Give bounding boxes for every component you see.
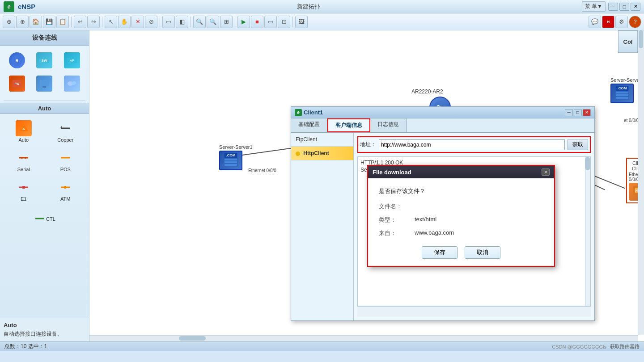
sidebar-item-e1[interactable]: E1 bbox=[4, 177, 44, 204]
sidebar-item-wireless[interactable]: AP bbox=[59, 50, 85, 72]
tab-client-info[interactable]: 客户端信息 bbox=[327, 118, 370, 132]
sidebar-description: Auto 自动选择接口连接设备。 bbox=[0, 318, 89, 341]
tb-save[interactable]: 💾 bbox=[43, 16, 55, 28]
client1-close[interactable]: ✕ bbox=[583, 109, 591, 116]
sidebar-item-copper[interactable]: Copper bbox=[46, 118, 86, 145]
fd-buttons: 保存 取消 bbox=[379, 246, 543, 259]
titlebar: e eNSP 新建拓扑 菜 单▼ ─ □ ✕ bbox=[0, 0, 644, 13]
toolbar: ⊕ ⊕ 🏠 💾 📋 ↩ ↪ ↖ ✋ ✕ ⊘ ▭ ◧ 🔍 🔍 ⊞ ▶ ■ ▭ ⊡ … bbox=[0, 13, 644, 30]
tb-stop[interactable]: ■ bbox=[251, 16, 263, 28]
fd-save-button[interactable]: 保存 bbox=[422, 246, 458, 259]
client1-minimize[interactable]: ─ bbox=[565, 109, 573, 116]
tb-select[interactable]: ↖ bbox=[105, 16, 117, 28]
sidebar-divider bbox=[4, 101, 85, 101]
tb-add-device[interactable]: ⊕ bbox=[3, 16, 15, 28]
maximize-button[interactable]: □ bbox=[619, 3, 629, 11]
url-input[interactable] bbox=[379, 139, 565, 150]
tb-redo[interactable]: ↪ bbox=[87, 16, 100, 28]
sidebar-item-switch[interactable]: SW bbox=[31, 50, 58, 72]
sidebar-item-serial[interactable]: Serial bbox=[4, 147, 44, 175]
svg-rect-22 bbox=[22, 186, 25, 189]
tb-delete[interactable]: ✕ bbox=[131, 16, 144, 28]
app-name: eNSP bbox=[18, 3, 35, 10]
sidebar-item-auto[interactable]: A Auto bbox=[4, 118, 44, 145]
app-logo: e bbox=[4, 1, 14, 12]
file-download-dialog: File download ✕ 是否保存该文件？ 文件名： 类型： text/h… bbox=[367, 165, 555, 267]
sidebar-label-copper: Copper bbox=[57, 137, 73, 143]
tb-separator2 bbox=[102, 17, 102, 27]
tb-pause[interactable]: ▭ bbox=[264, 16, 277, 28]
server1-label: Server-Server1 bbox=[219, 144, 253, 150]
tb-home[interactable]: 🏠 bbox=[30, 16, 42, 28]
http-client-dot bbox=[296, 152, 300, 156]
menu-http-client[interactable]: HttpClient bbox=[291, 147, 353, 160]
sidebar-item-firewall[interactable]: FW bbox=[4, 73, 30, 95]
svg-point-18 bbox=[21, 157, 23, 159]
close-button[interactable]: ✕ bbox=[631, 3, 640, 11]
sidebar-label-serial: Serial bbox=[17, 167, 30, 172]
tb-hand[interactable]: ✋ bbox=[118, 16, 131, 28]
sidebar-item-pos[interactable]: POS bbox=[46, 147, 86, 175]
svg-rect-24 bbox=[64, 186, 66, 189]
fd-cancel-button[interactable]: 取消 bbox=[465, 246, 500, 259]
sidebar-item-ctl[interactable]: CTL bbox=[4, 210, 85, 228]
canvas-area[interactable]: AR2220-AR2 Server-Server1 .COM Ethernet … bbox=[89, 30, 644, 341]
tb-step[interactable]: ⊡ bbox=[278, 16, 290, 28]
col-button[interactable]: Col bbox=[618, 30, 638, 53]
tb-fit[interactable]: ⊞ bbox=[220, 16, 233, 28]
fetch-button[interactable]: 获取 bbox=[568, 139, 588, 150]
sidebar-label-pos: POS bbox=[60, 167, 71, 172]
sidebar-item-cloud[interactable] bbox=[59, 73, 85, 95]
tb-undo[interactable]: ↩ bbox=[74, 16, 86, 28]
url-row: 地址： 获取 bbox=[357, 136, 591, 153]
svg-text:R: R bbox=[16, 59, 19, 63]
fd-type-val: text/html bbox=[415, 216, 436, 224]
tb-settings[interactable]: ⚙ bbox=[615, 16, 628, 28]
status-right-text: 获取路由器路 bbox=[610, 343, 640, 350]
fd-from-val: www.baga.com bbox=[415, 229, 454, 237]
svg-rect-35 bbox=[616, 97, 628, 99]
tab-log-info[interactable]: 日志信息 bbox=[370, 118, 407, 132]
fd-filename-key: 文件名： bbox=[379, 202, 415, 210]
tb-copy[interactable]: 📋 bbox=[56, 16, 69, 28]
url-label: 地址： bbox=[360, 141, 376, 148]
tab-basic-config[interactable]: 基础配置 bbox=[291, 118, 327, 132]
tb-zoom-in[interactable]: 🔍 bbox=[193, 16, 206, 28]
menu-ftp-client[interactable]: FtpClient bbox=[291, 133, 353, 147]
tb-huawei[interactable]: H bbox=[602, 16, 614, 28]
tb-capture[interactable]: 🖼 bbox=[295, 16, 308, 28]
svg-text:AP: AP bbox=[70, 59, 74, 62]
client1-window: e Client1 ─ □ ✕ 基础配置 客户端信息 日志信息 FtpClie bbox=[291, 106, 595, 321]
tb-chat[interactable]: 💬 bbox=[589, 16, 601, 28]
tb-separator6 bbox=[292, 17, 293, 27]
tb-separator3 bbox=[160, 17, 160, 27]
status-count: 总数：10 选中：1 bbox=[4, 343, 47, 350]
client1-win-buttons: ─ □ ✕ bbox=[565, 109, 591, 116]
tb-line[interactable]: ⊘ bbox=[145, 16, 157, 28]
tb-rect[interactable]: ▭ bbox=[162, 16, 175, 28]
svg-rect-30 bbox=[225, 161, 237, 163]
sidebar-auto-title: Auto bbox=[0, 103, 89, 114]
client1-maximize[interactable]: □ bbox=[574, 109, 582, 116]
minimize-button[interactable]: ─ bbox=[608, 3, 618, 11]
client1-statusbar bbox=[357, 306, 591, 317]
tb-add-device2[interactable]: ⊕ bbox=[16, 16, 29, 28]
sidebar-item-router[interactable]: R bbox=[4, 50, 30, 72]
canvas-scrollbar-v[interactable] bbox=[638, 30, 644, 335]
response-scrollbar[interactable] bbox=[585, 157, 590, 306]
tb-play[interactable]: ▶ bbox=[237, 16, 250, 28]
fd-close-button[interactable]: ✕ bbox=[542, 168, 550, 176]
canvas-scrollbar-h[interactable] bbox=[89, 335, 638, 341]
menu-button[interactable]: 菜 单▼ bbox=[582, 1, 606, 12]
sidebar-item-atm[interactable]: ATM bbox=[46, 177, 86, 204]
tb-help[interactable]: ? bbox=[629, 16, 641, 28]
tb-zoom-out[interactable]: 🔍 bbox=[207, 16, 219, 28]
svg-rect-29 bbox=[225, 159, 237, 160]
client1-logo-icon: e bbox=[295, 109, 302, 116]
menu-http-client-label: HttpClient bbox=[303, 150, 329, 156]
sidebar: 设备连线 R SW AP FW bbox=[0, 30, 89, 341]
server1-node[interactable]: Server-Server1 .COM bbox=[219, 144, 253, 170]
sidebar-item-pc[interactable] bbox=[31, 73, 58, 95]
tb-panel[interactable]: ◧ bbox=[176, 16, 188, 28]
svg-text:FW: FW bbox=[14, 82, 19, 85]
